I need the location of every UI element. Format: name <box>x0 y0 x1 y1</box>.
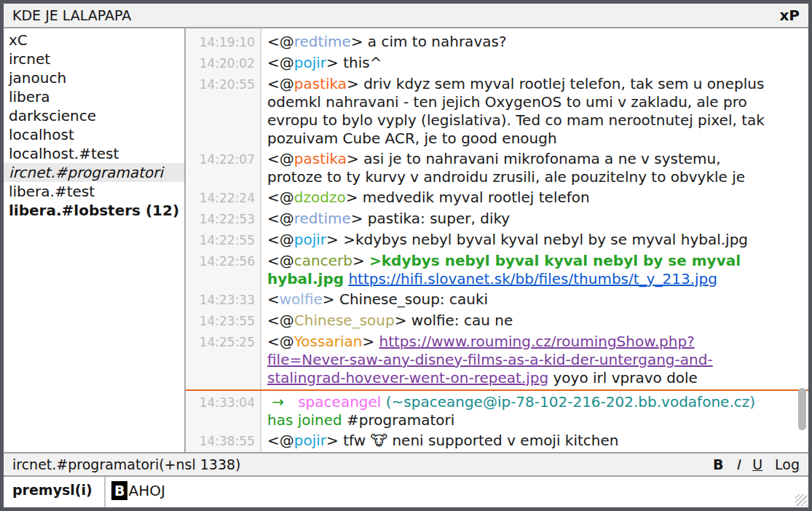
message-body: <@dzodzo> medvedik myval rootlej telefon <box>267 189 808 207</box>
message-body: <wolfie> Chinese_soup: cauki <box>267 290 808 309</box>
timestamp: 14:22:24 <box>186 189 261 207</box>
text-segment: <@ <box>267 312 294 329</box>
message-body: <@pojir> tfw 🐮 neni supported v emoji ki… <box>267 432 808 450</box>
bold-control-char: B <box>111 481 127 500</box>
close-button[interactable]: xP <box>779 7 800 24</box>
text-segment: > a cim to nahravas? <box>351 33 507 50</box>
chat-message: 14:38:55<@pojir> tfw 🐮 neni supported v … <box>186 432 808 451</box>
bold-button[interactable]: B <box>713 456 723 472</box>
main-area: xCircnetjanouchliberadarksciencelocalhos… <box>4 28 808 452</box>
text-segment: > pastika: super, diky <box>351 210 510 227</box>
sidebar-item[interactable]: darkscience <box>4 106 184 125</box>
text-segment: <@ <box>267 231 294 248</box>
sidebar-item[interactable]: janouch <box>4 68 184 87</box>
sidebar-item[interactable]: libera.#test <box>4 182 184 201</box>
message-body: <@pojir> this^ <box>267 54 808 72</box>
scrollbar-thumb[interactable] <box>798 388 806 430</box>
chat-message: 14:22:07<@pastika> asi je to nahravani m… <box>186 150 808 186</box>
message-input[interactable]: B AHOJ <box>106 477 808 507</box>
nick: cancerb <box>294 252 352 269</box>
chat-message: 14:25:25<@Yossarian> https://www.rouming… <box>186 333 808 387</box>
nick: pojir <box>294 432 326 449</box>
sidebar-item[interactable]: libera.#lobsters (12) <box>4 201 184 220</box>
nick: redtime <box>294 33 351 50</box>
nick: pojir <box>294 231 326 248</box>
text-segment: > wolfie: cau ne <box>395 312 513 329</box>
message-body: <@Chinese_soup> wolfie: cau ne <box>267 312 808 330</box>
text-segment: > >kdybys nebyl byval kyval nebyl by se … <box>326 231 748 248</box>
chat-message: 14:22:53<@redtime> pastika: super, diky <box>186 210 808 229</box>
format-buttons: BIULog <box>713 456 800 472</box>
chat-message: vadi, tak at mi nevola <box>186 28 808 31</box>
sidebar-item[interactable]: localhost.#test <box>4 144 184 163</box>
message-body: <@pastika> asi je to nahravani mikrofona… <box>267 150 808 186</box>
chat-message: 14:23:33<wolfie> Chinese_soup: cauki <box>186 290 808 309</box>
timestamp: 14:38:55 <box>186 432 261 451</box>
nick-indicator: premysl(i) <box>4 477 106 507</box>
timestamp: 14:19:10 <box>186 33 261 52</box>
timestamp: 14:20:55 <box>186 76 261 94</box>
text-segment: #programatori <box>342 411 455 429</box>
message-body: <@Yossarian> https://www.rouming.cz/roum… <box>267 333 808 387</box>
message-list: vadi, tak at mi nevola14:19:10<@redtime>… <box>186 28 808 452</box>
hostmask: (~spaceange@ip-78-102-216-202.bb.vodafon… <box>386 393 755 411</box>
chat-message: 14:22:24<@dzodzo> medvedik myval rootlej… <box>186 189 808 207</box>
irc-client-window: KDE JE LALAPAPA xP xCircnetjanouchlibera… <box>0 0 812 511</box>
sidebar-item[interactable]: libera <box>4 87 184 106</box>
timestamp: 14:23:55 <box>186 312 261 330</box>
message-body: <@pastika> driv kdyz sem myval rootlej t… <box>267 75 808 148</box>
text-segment: <@ <box>267 189 294 206</box>
chat-message: 14:20:55<@pastika> driv kdyz sem myval r… <box>186 75 808 148</box>
text-segment: <@ <box>267 252 294 269</box>
nick: wolfie <box>280 290 323 308</box>
message-body: <@redtime> a cim to nahravas? <box>267 33 808 51</box>
text-segment: > Chinese_soup: cauki <box>323 290 488 308</box>
chat-area: vadi, tak at mi nevola14:19:10<@redtime>… <box>186 28 808 452</box>
nick: Yossarian <box>294 333 363 350</box>
join-arrow: → <box>272 393 284 411</box>
unread-marker-line <box>186 389 808 391</box>
timestamp: 14:23:33 <box>186 291 261 309</box>
nick: Chinese_soup <box>294 312 395 329</box>
message-body: <@redtime> pastika: super, diky <box>267 210 808 228</box>
timestamp: 14:25:25 <box>186 333 261 352</box>
sidebar-item[interactable]: ircnet.#programatori <box>4 163 184 182</box>
text-segment: <@ <box>267 210 294 227</box>
text-segment: > medvedik myval rootlej telefon <box>346 189 590 206</box>
text-segment: vadi, tak at mi nevola <box>267 28 426 30</box>
text-segment: <@ <box>267 33 294 50</box>
chat-message: 14:19:10<@redtime> a cim to nahravas? <box>186 33 808 52</box>
timestamp: 14:22:56 <box>186 253 261 271</box>
text-segment <box>284 393 298 411</box>
link[interactable]: https://hifi.slovanet.sk/bb/files/thumbs… <box>348 270 717 288</box>
text-segment: > <box>362 333 379 350</box>
sidebar-item[interactable]: xC <box>4 31 184 49</box>
message-body: → spaceangel (~spaceange@ip-78-102-216-2… <box>267 393 808 429</box>
nick: spaceangel <box>298 393 381 411</box>
text-segment: yoyo irl vpravo dole <box>548 369 698 387</box>
resize-grip-icon[interactable] <box>795 494 807 506</box>
sidebar-item[interactable]: ircnet <box>4 49 184 68</box>
chat-message: 14:23:55<@Chinese_soup> wolfie: cau ne <box>186 312 808 330</box>
timestamp: 14:22:53 <box>186 210 261 229</box>
underline-button[interactable]: U <box>752 456 762 472</box>
chat-message: 14:20:02<@pojir> this^ <box>186 54 808 73</box>
status-bar: ircnet.#programatori(+nsl 1338) BIULog <box>4 452 808 475</box>
timestamp: 14:22:55 <box>186 231 261 250</box>
sidebar-item[interactable]: localhost <box>4 125 184 144</box>
text-segment: > tfw 🐮 neni supported v emoji kitchen <box>326 432 618 449</box>
text-segment: <@ <box>267 432 294 449</box>
message-body: <@cancerb> >kdybys nebyl byval kyval neb… <box>267 252 808 288</box>
text-segment: > this^ <box>326 54 382 71</box>
italic-button[interactable]: I <box>736 456 741 472</box>
text-segment: <@ <box>267 54 294 71</box>
nick: pastika <box>294 75 347 92</box>
nick: pastika <box>294 150 347 167</box>
channel-status: ircnet.#programatori(+nsl 1338) <box>12 456 713 472</box>
title-bar: KDE JE LALAPAPA xP <box>4 4 808 28</box>
text-segment: > <box>352 252 369 269</box>
log-button[interactable]: Log <box>775 456 800 472</box>
text-segment: < <box>267 290 280 308</box>
buffer-list: xCircnetjanouchliberadarksciencelocalhos… <box>4 28 186 452</box>
window-title: KDE JE LALAPAPA <box>12 7 131 23</box>
